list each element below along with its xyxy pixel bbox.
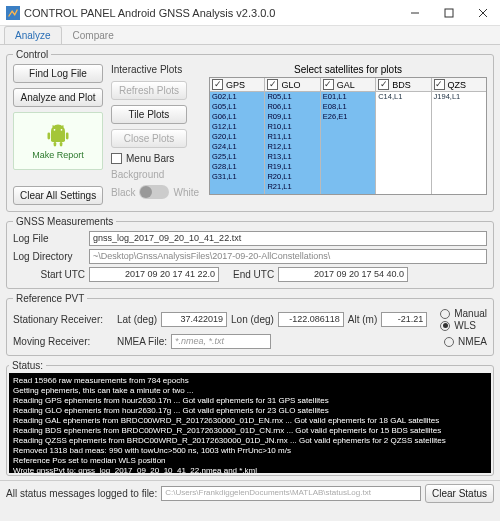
sat-gal-list[interactable]: E01,L1E08,L1E26,E1 xyxy=(321,92,375,194)
lon-label: Lon (deg) xyxy=(231,314,274,325)
status-line: Reading QZSS ephemeris from BRDC00WRD_R_… xyxy=(13,436,487,446)
sat-item[interactable]: R06,L1 xyxy=(265,102,319,112)
menu-bars-checkbox[interactable] xyxy=(111,153,122,164)
app-logo-icon xyxy=(6,6,20,20)
sat-item[interactable]: G31,L1 xyxy=(210,172,264,182)
sat-bds-checkbox[interactable] xyxy=(378,79,389,90)
sat-item[interactable]: E26,E1 xyxy=(321,112,375,122)
log-file-label: Log File xyxy=(13,233,85,244)
analyze-plot-button[interactable]: Analyze and Plot xyxy=(13,88,103,107)
sat-item[interactable]: R10,L1 xyxy=(265,122,319,132)
wls-radio[interactable] xyxy=(440,321,450,331)
svg-rect-9 xyxy=(48,132,51,139)
log-dir-field[interactable]: ~\Desktop\GnssAnalysisFiles\2017-09-20-A… xyxy=(89,249,487,264)
sat-bds-list[interactable]: C14,L1 xyxy=(376,92,430,194)
make-report-label: Make Report xyxy=(32,150,84,160)
svg-rect-11 xyxy=(54,142,57,146)
footer: All status messages logged to file: C:\U… xyxy=(0,480,500,506)
window-title: CONTROL PANEL Android GNSS Analysis v2.3… xyxy=(24,7,275,19)
satellite-columns: GPSG02,L1G05,L1G06,L1G12,L1G20,L1G24,L1G… xyxy=(209,77,487,195)
gnss-group: GNSS Measurements Log File gnss_log_2017… xyxy=(6,216,494,289)
control-group: Control Find Log File Analyze and Plot M… xyxy=(6,49,494,212)
sat-item[interactable]: R22,L1 xyxy=(265,192,319,194)
menu-bars-label: Menu Bars xyxy=(126,153,174,164)
sat-glo-checkbox[interactable] xyxy=(267,79,278,90)
sat-item[interactable]: G02,L1 xyxy=(210,92,264,102)
nmea-radio[interactable] xyxy=(444,337,454,347)
manual-radio[interactable] xyxy=(440,309,450,319)
end-utc-field[interactable]: 2017 09 20 17 54 40.0 xyxy=(278,267,408,282)
sat-item[interactable]: R12,L1 xyxy=(265,142,319,152)
maximize-button[interactable] xyxy=(432,0,466,26)
sat-item[interactable]: G28,L1 xyxy=(210,162,264,172)
svg-rect-2 xyxy=(445,9,453,17)
bg-black-label: Black xyxy=(111,187,135,198)
pvt-group: Reference PVT Stationary Receiver: Lat (… xyxy=(6,293,494,356)
sat-qzs-checkbox[interactable] xyxy=(434,79,445,90)
tile-plots-button[interactable]: Tile Plots xyxy=(111,105,187,124)
sat-item[interactable]: R11,L1 xyxy=(265,132,319,142)
start-utc-label: Start UTC xyxy=(13,269,85,280)
sat-item[interactable]: R09,L1 xyxy=(265,112,319,122)
sat-col-gal: GALE01,L1E08,L1E26,E1 xyxy=(321,78,376,194)
find-log-button[interactable]: Find Log File xyxy=(13,64,103,83)
make-report-button[interactable]: Make Report xyxy=(13,112,103,170)
close-plots-button[interactable]: Close Plots xyxy=(111,129,187,148)
sat-item[interactable]: G20,L1 xyxy=(210,132,264,142)
end-utc-label: End UTC xyxy=(233,269,274,280)
minimize-button[interactable] xyxy=(398,0,432,26)
lon-field[interactable]: -122.086118 xyxy=(278,312,344,327)
sat-col-gps: GPSG02,L1G05,L1G06,L1G12,L1G20,L1G24,L1G… xyxy=(210,78,265,194)
lat-field[interactable]: 37.422019 xyxy=(161,312,227,327)
nmea-file-field[interactable]: *.nmea, *.txt xyxy=(171,334,271,349)
footer-path: C:\Users\FrankdiggelenDocuments\MATLAB\s… xyxy=(161,486,421,501)
refresh-plots-button[interactable]: Refresh Plots xyxy=(111,81,187,100)
footer-msg: All status messages logged to file: xyxy=(6,488,157,499)
sat-gps-list[interactable]: G02,L1G05,L1G06,L1G12,L1G20,L1G24,L1G25,… xyxy=(210,92,264,194)
sat-item[interactable]: R21,L1 xyxy=(265,182,319,192)
status-console: Read 15966 raw measurements from 784 epo… xyxy=(9,373,491,473)
sat-item[interactable]: E08,L1 xyxy=(321,102,375,112)
status-line: Reading BDS ephemeris from BRDC00WRD_R_2… xyxy=(13,426,487,436)
nmea-file-label: NMEA File: xyxy=(117,336,167,347)
tab-analyze[interactable]: Analyze xyxy=(4,26,62,44)
sat-item[interactable]: C14,L1 xyxy=(376,92,430,102)
status-line: Reading GPS ephemeris from hour2630.17n … xyxy=(13,396,487,406)
sat-item[interactable]: R13,L1 xyxy=(265,152,319,162)
svg-rect-12 xyxy=(60,142,63,146)
sat-item[interactable]: G06,L1 xyxy=(210,112,264,122)
close-button[interactable] xyxy=(466,0,500,26)
tab-bar: Analyze Compare xyxy=(0,26,500,45)
clear-status-button[interactable]: Clear Status xyxy=(425,484,494,503)
sat-item[interactable]: R20,L1 xyxy=(265,172,319,182)
alt-field[interactable]: -21.21 xyxy=(381,312,427,327)
sat-item[interactable]: G24,L1 xyxy=(210,142,264,152)
svg-rect-10 xyxy=(66,132,69,139)
sat-item[interactable]: G05,L1 xyxy=(210,102,264,112)
sat-item[interactable]: J194,L1 xyxy=(432,92,486,102)
log-file-field[interactable]: gnss_log_2017_09_20_10_41_22.txt xyxy=(89,231,487,246)
sat-col-bds: BDSC14,L1 xyxy=(376,78,431,194)
status-line: Reading GLO ephemeris from hour2630.17g … xyxy=(13,406,487,416)
sat-item[interactable]: G12,L1 xyxy=(210,122,264,132)
sat-item[interactable]: E01,L1 xyxy=(321,92,375,102)
sat-gps-checkbox[interactable] xyxy=(212,79,223,90)
status-line: Wrote gnssPvt to: gnss_log_2017_09_20_10… xyxy=(13,466,487,473)
status-line: Reference Pos set to median WLS position xyxy=(13,456,487,466)
svg-point-8 xyxy=(61,129,63,131)
sat-item[interactable]: G25,L1 xyxy=(210,152,264,162)
background-toggle[interactable] xyxy=(139,185,169,199)
sat-item[interactable]: R19,L1 xyxy=(265,162,319,172)
tab-compare[interactable]: Compare xyxy=(62,26,125,44)
satellite-header: Select satellites for plots xyxy=(209,64,487,75)
log-dir-label: Log Directory xyxy=(13,251,85,262)
clear-all-button[interactable]: Clear All Settings xyxy=(13,186,103,205)
sat-qzs-list[interactable]: J194,L1 xyxy=(432,92,486,194)
manual-label: Manual xyxy=(454,308,487,319)
status-line: Removed 1318 bad meas: 990 with towUnc>5… xyxy=(13,446,487,456)
status-line: Getting ephemeris, this can take a minut… xyxy=(13,386,487,396)
start-utc-field[interactable]: 2017 09 20 17 41 22.0 xyxy=(89,267,219,282)
sat-item[interactable]: R05,L1 xyxy=(265,92,319,102)
sat-gal-checkbox[interactable] xyxy=(323,79,334,90)
sat-glo-list[interactable]: R05,L1R06,L1R09,L1R10,L1R11,L1R12,L1R13,… xyxy=(265,92,319,194)
